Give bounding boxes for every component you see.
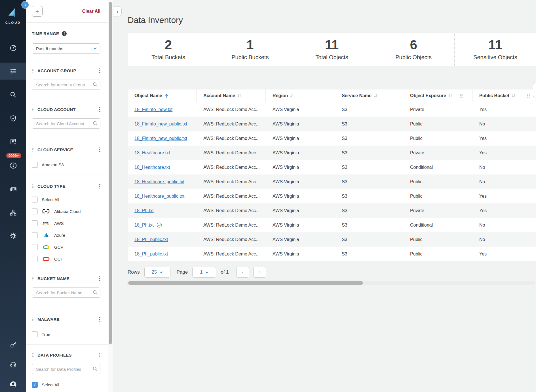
bucket-name-search-input[interactable] <box>32 287 100 298</box>
cloud-type-option-oci[interactable]: OCI <box>32 253 100 265</box>
gear-icon[interactable] <box>0 230 26 241</box>
checkbox[interactable] <box>32 256 38 262</box>
table-row[interactable]: 18_PII_public.txt AWS: RedLock Demo Acc.… <box>128 247 536 261</box>
checkbox[interactable] <box>32 197 38 203</box>
headset-icon[interactable] <box>0 359 26 370</box>
column-header-public-bucket[interactable]: Public Bucket <box>472 90 536 102</box>
column-drag-handle-icon[interactable] <box>460 94 463 98</box>
drag-handle-icon[interactable] <box>32 184 35 188</box>
object-name-link[interactable]: 18_Healthcare_public.txt <box>134 194 184 199</box>
column-header-object-exposure[interactable]: Object Exposure <box>403 90 472 102</box>
scrollbar-thumb[interactable] <box>109 2 112 344</box>
time-range-dropdown[interactable]: Past 6 months <box>32 43 100 54</box>
data-profiles-select-all[interactable]: ✓ Select All <box>32 379 100 391</box>
drag-handle-icon[interactable] <box>32 317 35 321</box>
sort-icon <box>237 94 241 98</box>
checkbox[interactable] <box>32 244 38 250</box>
cloud-type-option-azure[interactable]: Azure <box>32 229 100 241</box>
table-row[interactable]: 18_PII.txt AWS: RedLock Demo Acc... AWS … <box>128 203 536 218</box>
search-icon <box>93 367 98 371</box>
kebab-menu-icon[interactable] <box>99 68 100 73</box>
kebab-menu-icon[interactable] <box>99 353 100 357</box>
collapse-panel-button[interactable]: ‹ <box>113 6 122 16</box>
scrollbar-thumb[interactable] <box>128 281 363 285</box>
table-row[interactable]: 18_FinInfo_new.txt AWS: RedLock Demo Acc… <box>128 102 536 117</box>
object-name-link[interactable]: 18_FinInfo_new_public.txt <box>134 122 187 127</box>
column-header-object-name[interactable]: Object Name <box>128 90 197 102</box>
object-name-link[interactable]: 18_PII_public.txt <box>134 237 168 242</box>
table-row[interactable]: 18_Healthcare.txt AWS: RedLock Demo Acc.… <box>128 146 536 160</box>
data-profiles-search-input[interactable] <box>32 364 100 374</box>
table-row[interactable]: 18_Healthcare.txt AWS: RedLock Demo Acc.… <box>128 160 536 174</box>
prisma-cloud-logo[interactable]: CLOUD <box>0 7 26 24</box>
cloud-account-search-input[interactable] <box>32 118 100 129</box>
key-icon[interactable] <box>0 339 26 350</box>
network-icon[interactable] <box>0 207 26 218</box>
add-filter-button[interactable]: + <box>32 6 43 17</box>
sidebar-expand-badge[interactable]: › <box>22 1 29 8</box>
object-name-link[interactable]: 18_PII_public.txt <box>134 252 168 257</box>
object-name-link[interactable]: 18_Healthcare.txt <box>134 150 170 155</box>
table-row[interactable]: 18_Healthcare_public.txt AWS: RedLock De… <box>128 189 536 203</box>
cloud-service-option[interactable]: Amazon S3 <box>32 159 100 171</box>
column-settings-button-partial[interactable] <box>533 83 536 97</box>
account-group-search-input[interactable] <box>32 80 100 90</box>
checkbox-checked[interactable]: ✓ <box>32 382 38 388</box>
next-page-button[interactable]: › <box>253 267 266 278</box>
checkbox[interactable] <box>32 232 38 238</box>
alert-icon[interactable] <box>0 160 26 171</box>
kebab-menu-icon[interactable] <box>99 107 100 112</box>
drag-handle-icon[interactable] <box>32 148 35 152</box>
table-row[interactable]: 18_PII.txt AWS: RedLock Demo Acc... AWS … <box>128 218 536 232</box>
kebab-menu-icon[interactable] <box>99 147 100 152</box>
drag-handle-icon[interactable] <box>32 276 35 281</box>
object-name-link[interactable]: 18_PII.txt <box>134 208 154 213</box>
column-drag-handle-icon[interactable] <box>527 94 530 98</box>
object-name-link[interactable]: 18_FinInfo_new.txt <box>134 107 172 112</box>
drag-handle-icon[interactable] <box>32 353 35 357</box>
clear-all-button[interactable]: Clear All <box>82 9 100 14</box>
drag-handle-icon[interactable] <box>32 107 35 112</box>
container-icon[interactable] <box>0 183 26 195</box>
search-icon[interactable] <box>0 89 26 100</box>
speedometer-icon[interactable] <box>0 42 26 54</box>
shield-check-icon[interactable] <box>0 113 26 124</box>
search-icon <box>93 82 98 87</box>
drag-handle-icon[interactable] <box>32 69 35 73</box>
checkbox[interactable] <box>32 208 38 214</box>
table-row[interactable]: 18_Healthcare_public.txt AWS: RedLock De… <box>128 174 536 189</box>
profile-icon[interactable] <box>0 379 26 390</box>
object-name-link[interactable]: 18_PII.txt <box>134 223 154 228</box>
object-name-link[interactable]: 18_Healthcare_public.txt <box>134 179 184 184</box>
stat-total-buckets: 2 Total Buckets <box>128 33 209 66</box>
data-inventory-table: Object Name Account Name Region <box>128 90 536 261</box>
horizontal-scrollbar <box>126 281 535 285</box>
cloud-type-option-gcp[interactable]: GCP <box>32 241 100 253</box>
column-header-region[interactable]: Region <box>266 90 335 102</box>
object-name-link[interactable]: 18_FinInfo_new_public.txt <box>134 136 187 141</box>
checkbox[interactable] <box>32 331 38 337</box>
checklist-icon[interactable] <box>0 65 26 77</box>
report-check-icon[interactable] <box>0 136 26 147</box>
data-profiles-section: DATA PROFILES ✓ Select All <box>26 345 108 392</box>
kebab-menu-icon[interactable] <box>99 276 100 281</box>
malware-option-true[interactable]: True <box>32 328 100 340</box>
table-row[interactable]: 18_FinInfo_new_public.txt AWS: RedLock D… <box>128 117 536 131</box>
previous-page-button[interactable]: ‹ <box>236 267 249 278</box>
checkbox[interactable] <box>32 220 38 226</box>
cloud-type-option-aws[interactable]: aws AWS <box>32 217 100 229</box>
rows-per-page-dropdown[interactable]: 25 <box>144 267 170 278</box>
cloud-type-option-alibaba[interactable]: Alibaba Cloud <box>32 205 100 217</box>
object-name-link[interactable]: 18_Healthcare.txt <box>134 165 170 170</box>
page-dropdown[interactable]: 1 <box>192 267 216 278</box>
column-header-service-name[interactable]: Service Name <box>335 90 403 102</box>
search-icon <box>93 121 98 126</box>
info-icon[interactable] <box>62 31 67 36</box>
kebab-menu-icon[interactable] <box>99 184 100 189</box>
kebab-menu-icon[interactable] <box>99 317 100 322</box>
checkbox[interactable] <box>32 162 38 168</box>
cloud-type-option-select-all[interactable]: Select All <box>32 193 100 205</box>
column-header-account-name[interactable]: Account Name <box>197 90 266 102</box>
table-row[interactable]: 18_PII_public.txt AWS: RedLock Demo Acc.… <box>128 232 536 247</box>
table-row[interactable]: 18_FinInfo_new_public.txt AWS: RedLock D… <box>128 131 536 146</box>
